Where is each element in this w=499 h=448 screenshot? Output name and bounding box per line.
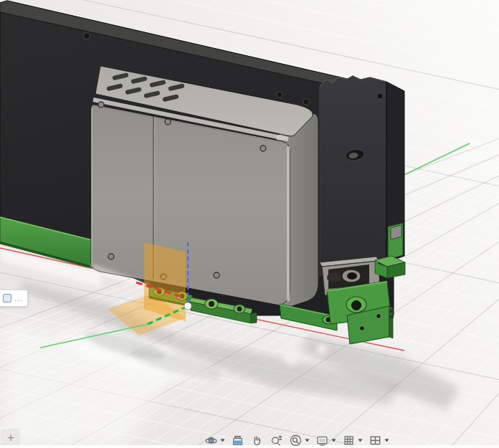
document-icon [3, 294, 11, 302]
cad-viewport: ... + [0, 0, 499, 448]
grid-and-snaps-dropdown-caret[interactable] [356, 432, 363, 448]
display-settings-dropdown-caret[interactable] [330, 432, 337, 448]
zoom-button[interactable] [268, 432, 284, 448]
orbit-dropdown-caret[interactable] [219, 432, 226, 448]
origin-point[interactable] [184, 302, 191, 310]
popup-dots: ... [14, 295, 23, 301]
look-at-icon [232, 434, 244, 447]
fit-icon [290, 434, 302, 447]
navigation-toolbar [203, 432, 394, 448]
orbit-icon [205, 434, 217, 447]
look-at-button[interactable] [229, 432, 245, 448]
pan-icon [251, 434, 263, 447]
left-edge-popup[interactable]: ... [0, 290, 28, 307]
expand-plus-button[interactable]: + [2, 429, 19, 447]
viewports-icon [369, 434, 381, 447]
zoom-icon [270, 434, 282, 447]
display-settings-button[interactable] [314, 432, 330, 448]
viewports-dropdown-caret[interactable] [383, 432, 390, 448]
pan-button[interactable] [249, 432, 265, 448]
viewports-button[interactable] [367, 432, 383, 448]
grid-and-snaps-icon [343, 434, 355, 447]
display-settings-icon [316, 434, 328, 447]
viewport-canvas[interactable] [0, 0, 499, 448]
selection-plane-vertical [144, 242, 186, 321]
grid-and-snaps-button[interactable] [341, 432, 356, 448]
fit-button[interactable] [287, 432, 303, 448]
fit-dropdown-caret[interactable] [303, 432, 310, 448]
orbit-button[interactable] [203, 432, 219, 448]
